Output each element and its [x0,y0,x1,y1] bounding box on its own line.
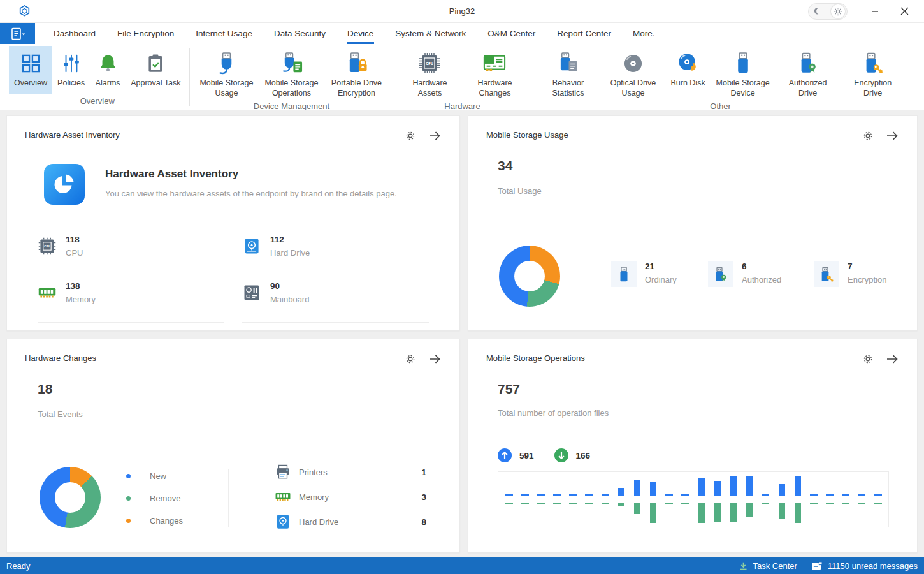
legend-dot-blue [126,474,131,478]
ribbon-item-mobile-storage-usage[interactable]: Mobile Storage Usage [194,46,259,99]
tile-value: 7 [848,261,886,271]
operations-bar-chart [498,471,889,527]
memory-icon [38,283,57,302]
card-hardware-changes: Hardware Changes 18 Total Events New Rem… [6,339,460,553]
ribbon-group-hardware: CPU Hardware Assets Hardware Changes Har… [394,44,530,110]
ribbon-item-hardware-changes[interactable]: Hardware Changes [462,46,527,99]
ribbon-item-label: Policies [57,78,85,89]
ribbon-item-behavior-statistics[interactable]: Behavior Statistics [535,46,600,99]
tab-om-center[interactable]: O&M Center [477,23,546,44]
total-operations-label: Total number of operation files [498,408,609,418]
ribbon-item-optical-drive-usage[interactable]: Optical Drive Usage [600,46,665,99]
bar-slot [693,473,709,526]
svg-text:CPU: CPU [426,62,434,66]
arrow-right-icon[interactable] [885,352,899,366]
stat-value: 90 [270,281,309,291]
app-menu-button[interactable] [0,23,35,44]
tab-report-center[interactable]: Report Center [546,23,622,44]
dashboard-content: Hardware Asset Inventory Hardware Asset … [0,110,924,557]
card-title: Mobile Storage Usage [486,130,568,140]
stat-memory: 138 Memory [38,276,224,323]
ribbon-item-approval-task[interactable]: Approval Task [126,46,185,94]
bar-slot [790,473,805,526]
row-hard-drive: Hard Drive 8 [275,513,426,530]
ribbon-group-device-management: Mobile Storage Usage Mobile Storage Oper… [191,44,391,110]
usb-badge-icon [797,50,819,76]
tab-internet-usage[interactable]: Internet Usage [185,23,263,44]
bar-slot [565,473,581,526]
stat-label: Mainboard [270,295,309,304]
gear-icon[interactable] [403,352,417,366]
menu-tabs: Dashboard File Encryption Internet Usage… [43,23,666,44]
pie-chart-app-icon [44,164,85,205]
ribbon-item-label: Behavior Statistics [540,78,595,98]
ribbon-item-label: Alarms [96,78,120,89]
legend-remove: Remove [126,494,180,503]
usb-key-icon [862,50,884,76]
row-label: Memory [299,492,329,502]
unread-messages-button[interactable]: 11150 unread messages [811,561,918,571]
ribbon-item-overview[interactable]: Overview [9,46,52,94]
card-hardware-asset-inventory: Hardware Asset Inventory Hardware Asset … [6,115,460,331]
row-label: Hard Drive [299,517,338,527]
tab-device[interactable]: Device [336,23,384,44]
ribbon-item-label: Mobile Storage Device [716,78,770,98]
ribbon-item-portable-drive-encryption[interactable]: Portable Drive Encryption [324,46,389,99]
tab-data-security[interactable]: Data Security [263,23,336,44]
ribbon-item-encryption-drive[interactable]: Encryption Drive [841,46,906,99]
total-events-value: 18 [38,381,52,397]
ping32-window: Ping32 [0,0,924,574]
ribbon-item-authorized-drive[interactable]: Authorized Drive [776,46,841,99]
ribbon-item-label: Approval Task [131,78,180,89]
stat-value: 118 [66,235,83,244]
tile-value: 6 [742,261,781,271]
bar-slot [805,473,821,526]
stat-label: Memory [66,295,96,304]
ribbon-item-label: Mobile Storage Usage [199,78,254,98]
usb-list-icon [558,50,579,76]
bar-slot [821,473,837,526]
usb-badge-icon [708,261,733,287]
divider [26,439,440,439]
bar-slot [758,473,774,526]
arrow-right-icon[interactable] [885,129,899,143]
tab-dashboard[interactable]: Dashboard [43,23,106,44]
ribbon-item-mobile-storage-operations[interactable]: Mobile Storage Operations [259,46,324,99]
window-controls [808,2,924,21]
row-value: 1 [421,467,426,477]
bar-slot [677,473,693,526]
total-usage-value: 34 [498,158,512,173]
tab-more[interactable]: More. [622,23,666,44]
ribbon-item-mobile-storage-device[interactable]: Mobile Storage Device [711,46,776,99]
printer-icon [275,464,291,480]
minimize-button[interactable] [862,2,888,21]
ribbon-item-burn-disk[interactable]: Burn Disk [665,46,710,99]
ribbon: Overview Policies Alarms [0,44,924,110]
gear-icon[interactable] [861,352,875,366]
dark-mode-moon-icon[interactable] [811,4,825,18]
ribbon-item-hardware-assets[interactable]: CPU Hardware Assets [397,46,462,99]
menubar: Dashboard File Encryption Internet Usage… [0,23,924,44]
memory-icon [275,489,291,505]
arrow-right-icon[interactable] [428,129,442,143]
bar-slot [870,473,886,526]
ribbon-item-label: Portable Drive Encryption [329,78,384,98]
tile-label: Ordinary [645,275,677,284]
task-center-button[interactable]: Task Center [739,561,797,571]
light-mode-sun-icon[interactable] [831,4,845,18]
bar-slot [517,473,533,526]
tile-value: 21 [645,261,677,271]
bar-slot [613,473,629,526]
tab-file-encryption[interactable]: File Encryption [106,23,185,44]
theme-toggle[interactable] [808,3,848,20]
ribbon-item-alarms[interactable]: Alarms [90,46,126,94]
tab-system-network[interactable]: System & Network [384,23,477,44]
close-button[interactable] [891,2,918,21]
gear-icon[interactable] [403,129,417,143]
row-label: Printers [299,467,328,477]
arrow-right-icon[interactable] [428,352,442,366]
stat-cpu: CPU 118 CPU [38,230,224,276]
gear-icon[interactable] [861,129,875,143]
ribbon-item-policies[interactable]: Policies [52,46,90,94]
ram-board-icon [483,50,506,76]
